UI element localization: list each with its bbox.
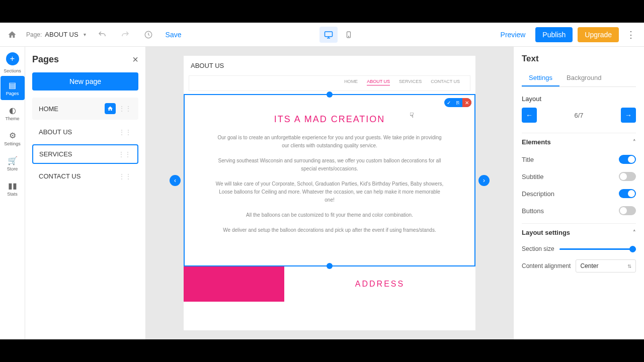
chevron-up-icon: ˄ [633, 139, 636, 145]
publish-button[interactable]: Publish [535, 27, 573, 42]
page-item-services[interactable]: SERVICES ⋮⋮ [32, 144, 138, 164]
chevron-up-icon: ˄ [633, 229, 636, 236]
redo-icon[interactable] [118, 28, 132, 42]
section-paragraph[interactable]: All the balloons can be customized to fi… [215, 211, 444, 219]
rail-stats[interactable]: ▮▮ Stats [1, 176, 25, 201]
layout-settings-label: Layout settings [522, 229, 570, 236]
pages-panel-title: Pages [32, 54, 59, 65]
layout-prev-button[interactable]: ← [522, 108, 537, 123]
layout-label: Layout [522, 95, 636, 103]
nav-link[interactable]: HOME [344, 79, 358, 85]
section-paragraph[interactable]: We will take care of your Corporate, Sch… [215, 180, 444, 204]
section-prev-arrow[interactable]: ‹ [170, 175, 181, 186]
page-item-contact[interactable]: CONTACT US ⋮⋮ [32, 167, 138, 186]
content-alignment-select[interactable]: Center ⇅ [576, 259, 636, 273]
section-size-label: Section size [522, 245, 554, 252]
save-button[interactable]: Save [166, 31, 182, 39]
gear-icon: ⚙ [9, 131, 16, 140]
selected-text-section[interactable]: ‹ › ✓ ⎘ ✕ ☟ ITS A MAD CREATION Our goal … [184, 94, 475, 266]
desktop-view-button[interactable] [319, 27, 338, 43]
canvas-area: ABOUT US HOME ABOUT US SERVICES CONTACT … [146, 47, 513, 339]
inspector-tabs: Settings Background [522, 70, 636, 87]
preview-button[interactable]: Preview [496, 28, 531, 42]
left-rail: + Sections ▤ Pages ◐ Theme ⚙ Settings 🛒 … [0, 47, 25, 339]
page-selector-label: Page: [26, 31, 42, 38]
drag-handle-icon[interactable]: ⋮⋮ [119, 105, 132, 112]
page-title: ABOUT US [184, 56, 475, 75]
inspector-panel: Text Settings Background Layout ← 6/7 → … [513, 47, 644, 339]
rail-store[interactable]: 🛒 Store [1, 151, 25, 175]
tab-settings[interactable]: Settings [522, 70, 559, 86]
page-item-label: SERVICES [39, 150, 72, 158]
subtitle-toggle[interactable] [619, 172, 636, 181]
section-delete-icon[interactable]: ✕ [462, 98, 471, 107]
section-next-arrow[interactable]: › [478, 175, 490, 186]
element-subtitle-label: Subtitle [522, 173, 543, 180]
resize-handle-top[interactable] [327, 92, 333, 98]
page-item-label: ABOUT US [39, 128, 72, 136]
rail-settings[interactable]: ⚙ Settings [1, 126, 25, 150]
close-icon[interactable]: × [132, 54, 138, 65]
rail-label: Stats [7, 192, 18, 197]
drag-handle-icon[interactable]: ⋮⋮ [119, 173, 132, 180]
more-menu-icon[interactable]: ⋮ [624, 28, 638, 42]
drag-handle-icon[interactable]: ⋮⋮ [118, 151, 131, 158]
layout-settings-header[interactable]: Layout settings ˄ [522, 223, 636, 241]
upgrade-button[interactable]: Upgrade [578, 27, 619, 42]
rail-label: Store [7, 166, 18, 171]
svg-point-3 [348, 36, 349, 36]
cart-icon: 🛒 [8, 156, 18, 165]
page-selector[interactable]: Page: ABOUT US ▾ [26, 31, 86, 38]
description-toggle[interactable] [619, 189, 636, 198]
address-image-block [184, 266, 284, 302]
section-paragraph[interactable]: Our goal is to create an unforgettable e… [215, 134, 444, 150]
nav-link[interactable]: SERVICES [399, 79, 422, 85]
new-page-button[interactable]: New page [32, 72, 138, 90]
resize-handle-bottom[interactable] [327, 263, 333, 269]
home-badge-icon [105, 103, 116, 114]
page-selector-value: ABOUT US [45, 31, 78, 38]
slider-thumb[interactable] [629, 246, 636, 252]
layout-value: 6/7 [541, 112, 617, 119]
nav-link[interactable]: CONTACT US [431, 79, 460, 85]
layout-next-button[interactable]: → [621, 108, 636, 123]
pages-icon: ▤ [9, 80, 16, 90]
section-paragraph[interactable]: Serving southeast Wisconsin and surround… [215, 157, 444, 173]
elements-section-header[interactable]: Elements ˄ [522, 133, 636, 151]
page-item-about[interactable]: ABOUT US ⋮⋮ [32, 123, 138, 141]
rail-label: Settings [4, 141, 21, 146]
section-title[interactable]: ITS A MAD CREATION [215, 114, 444, 125]
add-section-icon: + [6, 52, 19, 65]
nav-link[interactable]: ABOUT US [367, 79, 390, 85]
top-toolbar: Page: ABOUT US ▾ Save Preview Publish Up… [0, 23, 644, 47]
section-move-icon[interactable]: ✓ [444, 98, 453, 107]
rail-sections[interactable]: + Sections [1, 51, 25, 75]
buttons-toggle[interactable] [619, 206, 636, 215]
rail-label: Pages [6, 91, 19, 96]
rail-pages[interactable]: ▤ Pages [1, 76, 25, 100]
mobile-view-button[interactable] [340, 27, 358, 43]
page-item-home[interactable]: HOME ⋮⋮ [32, 98, 138, 120]
rail-label: Theme [5, 116, 19, 121]
history-icon[interactable] [141, 28, 155, 42]
chevron-down-icon: ▾ [84, 32, 86, 37]
home-icon[interactable] [6, 29, 18, 41]
rail-theme[interactable]: ◐ Theme [1, 101, 25, 125]
section-copy-icon[interactable]: ⎘ [453, 98, 462, 107]
stats-icon: ▮▮ [8, 181, 17, 191]
element-buttons-label: Buttons [522, 207, 544, 215]
address-section[interactable]: ADDRESS [184, 266, 475, 302]
select-chevron-icon: ⇅ [627, 263, 631, 269]
rail-label: Sections [4, 68, 21, 73]
elements-label: Elements [522, 138, 551, 146]
title-toggle[interactable] [619, 155, 636, 164]
element-description-label: Description [522, 190, 554, 198]
drag-handle-icon[interactable]: ⋮⋮ [119, 129, 132, 136]
tab-background[interactable]: Background [559, 70, 608, 86]
content-alignment-label: Content alignment [522, 262, 571, 269]
page-canvas[interactable]: ABOUT US HOME ABOUT US SERVICES CONTACT … [184, 56, 475, 330]
undo-icon[interactable] [95, 28, 109, 42]
address-title: ADDRESS [284, 266, 475, 302]
section-size-slider[interactable] [559, 248, 636, 250]
section-paragraph[interactable]: We deliver and setup the balloon decorat… [215, 226, 444, 234]
